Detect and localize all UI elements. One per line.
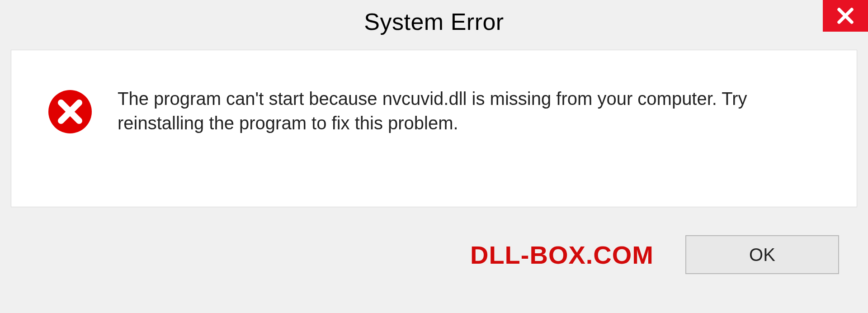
ok-button[interactable]: OK xyxy=(685,235,839,274)
watermark-text: DLL-BOX.COM xyxy=(470,240,654,270)
error-message: The program can't start because nvcuvid.… xyxy=(118,86,818,135)
close-button[interactable] xyxy=(823,0,868,32)
titlebar: System Error xyxy=(0,0,868,43)
error-icon xyxy=(47,89,93,134)
dialog-footer: DLL-BOX.COM OK xyxy=(11,207,857,302)
close-icon xyxy=(836,6,855,25)
dialog-content: The program can't start because nvcuvid.… xyxy=(11,50,857,207)
dialog-title: System Error xyxy=(364,8,504,35)
